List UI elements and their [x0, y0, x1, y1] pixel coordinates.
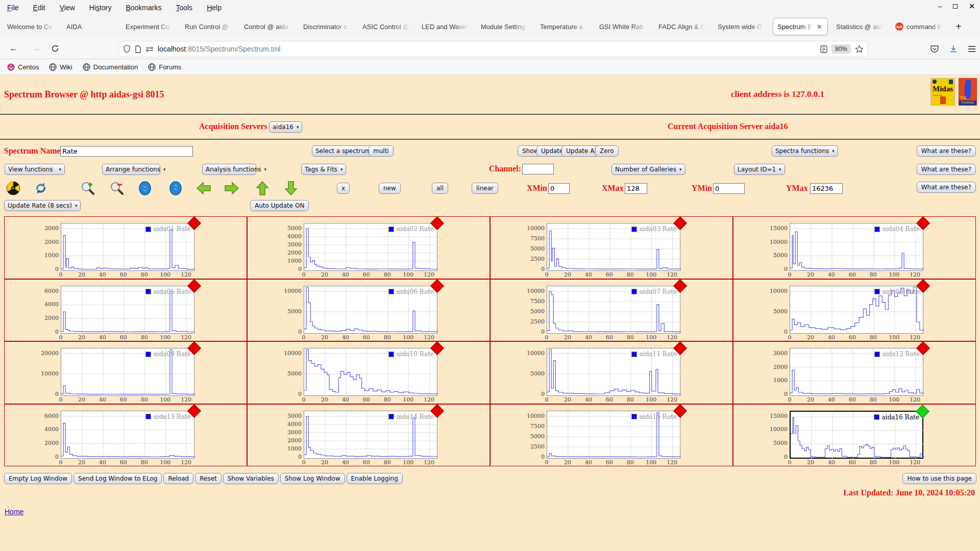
what-are-these-button-3[interactable]: What are these?	[917, 182, 976, 193]
window-close-button[interactable]: ✕	[969, 2, 975, 10]
plot-aida15[interactable]: aida15 Rate	[547, 411, 680, 459]
tab-spectrum-br[interactable]: Spectrum Br✕	[773, 18, 828, 35]
zoom-out-icon[interactable]	[110, 181, 124, 195]
plot-aida06[interactable]: aida06 Rate	[304, 286, 437, 334]
plot-aida13[interactable]: aida13 Rate	[61, 411, 194, 459]
bookmark-forums[interactable]: Forums	[148, 63, 181, 71]
midas-logo-icon[interactable]: Midaspowered by	[930, 78, 955, 106]
arrow-up-icon[interactable]	[255, 181, 270, 195]
tab-temperature-a[interactable]: Temperature a	[536, 18, 591, 35]
zoom-in-icon[interactable]	[81, 181, 95, 195]
tags-fits-dropdown[interactable]: Tags & Fits▾	[301, 164, 346, 175]
all-button[interactable]: all	[432, 183, 448, 194]
scroll-up-icon[interactable]	[168, 181, 183, 195]
x-button[interactable]: x	[337, 183, 350, 194]
multi-button[interactable]: multi	[369, 145, 394, 157]
plot-aida07[interactable]: aida07 Rate	[547, 286, 680, 334]
spectrum-cell-aida13[interactable]: 6000400020000aida13 Rate020406080100120	[5, 405, 247, 466]
new-tab-button[interactable]: +	[950, 21, 967, 33]
menu-help[interactable]: Help	[207, 4, 222, 12]
bookmark-star-icon[interactable]	[855, 45, 864, 54]
spectrum-cell-aida11[interactable]: 1000050000aida11 Rate020406080100120	[491, 342, 732, 404]
back-button[interactable]: ←	[6, 43, 21, 54]
bookmark-wiki[interactable]: Wiki	[49, 63, 72, 71]
tab-command-li[interactable]: askcommand li	[891, 18, 946, 35]
radioactive-icon[interactable]	[6, 181, 20, 195]
plot-aida04[interactable]: aida04 Rate	[790, 223, 923, 271]
plot-aida14[interactable]: aida14 Rate	[304, 411, 437, 459]
channel-input[interactable]	[522, 164, 554, 174]
ymax-input[interactable]	[810, 183, 843, 194]
menu-view[interactable]: View	[60, 4, 75, 12]
spectrum-cell-aida07[interactable]: 100007500500025000aida07 Rate02040608010…	[491, 280, 732, 341]
menu-file[interactable]: File	[7, 4, 19, 12]
url-text[interactable]: localhost:8015/Spectrum/Spectrum.tml	[158, 45, 816, 53]
how-to-use-button[interactable]: How to use this page	[902, 473, 976, 484]
plot-aida01[interactable]: aida01 Rate	[61, 223, 194, 271]
what-are-these-button-1[interactable]: What are these?	[917, 145, 976, 157]
window-minimize-button[interactable]: –	[938, 2, 942, 10]
show-variables-button[interactable]: Show Variables	[223, 473, 279, 484]
tab-fadc-align-c[interactable]: FADC Align & C	[654, 18, 709, 35]
tab-discriminator-c[interactable]: Discriminator c	[299, 18, 354, 35]
spectrum-cell-aida01[interactable]: 3000200010000aida01 Rate020406080100120	[5, 217, 247, 279]
reload-button[interactable]: Reload	[163, 473, 193, 484]
bookmark-centos[interactable]: Centos	[7, 63, 39, 71]
reader-view-icon[interactable]	[820, 45, 827, 53]
number-of-galleries-dropdown[interactable]: Number of Galleries▾	[611, 164, 685, 175]
tab-asic-control-[interactable]: ASIC Control @	[358, 18, 413, 35]
home-link[interactable]: Home	[5, 508, 23, 516]
spectrum-cell-aida02[interactable]: 500040003000200010000aida02 Rate02040608…	[248, 217, 489, 279]
empty-log-window-button[interactable]: Empty Log Window	[4, 473, 72, 484]
tab-experiment-co[interactable]: Experiment Co	[121, 18, 177, 35]
plot-aida10[interactable]: aida10 Rate	[304, 348, 437, 396]
plot-aida11[interactable]: aida11 Rate	[547, 348, 680, 396]
layout-id-dropdown[interactable]: Layout ID=1▾	[734, 164, 785, 175]
reload-button[interactable]	[51, 44, 66, 53]
shield-icon[interactable]	[123, 45, 131, 53]
menu-hamburger-icon[interactable]	[968, 45, 976, 53]
tab-module-setting[interactable]: Module Setting	[477, 18, 532, 35]
forward-button[interactable]: →	[29, 43, 44, 54]
bookmark-documentation[interactable]: Documentation	[83, 63, 138, 71]
menu-tools[interactable]: Tools	[176, 4, 192, 12]
analysis-functions-dropdown[interactable]: Analysis functions▾	[202, 164, 256, 175]
new-button[interactable]: new	[379, 183, 401, 194]
spectrum-cell-aida09[interactable]: 20000100000aida09 Rate020406080100120	[5, 342, 247, 404]
arrange-functions-dropdown[interactable]: Arrange functions▾	[102, 164, 160, 175]
zoom-level-badge[interactable]: 80%	[831, 44, 851, 54]
spectrum-cell-aida05[interactable]: 6000400020000aida05 Rate020406080100120	[5, 280, 247, 341]
download-icon[interactable]	[949, 45, 958, 53]
tab-welcome-to-ce[interactable]: Welcome to Ce	[3, 18, 58, 35]
auto-update-button[interactable]: Auto Update ON	[250, 200, 309, 211]
send-log-window-to-elog-button[interactable]: Send Log Window to ELog	[74, 473, 162, 484]
spectra-functions-dropdown[interactable]: Spectra functions▾	[772, 145, 838, 157]
xmin-input[interactable]	[548, 183, 570, 194]
spectrum-cell-aida03[interactable]: 100007500500025000aida03 Rate02040608010…	[491, 217, 732, 279]
plot-aida12[interactable]: aida12 Rate	[790, 348, 923, 396]
tcl-powered-logo-icon[interactable]: TCLPOWERED	[959, 78, 977, 106]
tab-gsi-white-rab[interactable]: GSI White Rab	[595, 18, 650, 35]
spectrum-cell-aida10[interactable]: 1000050000aida10 Rate020406080100120	[248, 342, 489, 404]
tab-statistics-aid[interactable]: Statistics @ aid	[832, 18, 887, 35]
tab-run-control-[interactable]: Run Control @	[181, 18, 236, 35]
tab-close-icon[interactable]: ✕	[816, 23, 823, 31]
spectrum-cell-aida12[interactable]: 3000200010000aida12 Rate020406080100120	[733, 342, 975, 404]
plot-aida05[interactable]: aida05 Rate	[61, 286, 194, 334]
tab-aida[interactable]: AIDA	[62, 18, 117, 35]
pocket-icon[interactable]	[930, 45, 939, 53]
menu-edit[interactable]: Edit	[33, 4, 45, 12]
page-icon[interactable]	[135, 45, 141, 53]
linear-button[interactable]: linear	[472, 183, 498, 194]
ymin-input[interactable]	[713, 183, 745, 194]
menu-bookmarks[interactable]: Bookmarks	[126, 4, 161, 12]
tab-system-wide-c[interactable]: System wide C	[714, 18, 769, 35]
arrow-down-icon[interactable]	[284, 181, 298, 195]
update-rate-dropdown[interactable]: Update Rate (8 secs)▾	[4, 200, 81, 211]
refresh-icon[interactable]	[34, 181, 48, 195]
zero-button[interactable]: Zero	[595, 145, 619, 157]
plot-aida08[interactable]: aida08 Rate	[790, 286, 923, 334]
url-bar[interactable]: localhost:8015/Spectrum/Spectrum.tml 80%	[119, 41, 868, 57]
reset-button[interactable]: Reset	[195, 473, 222, 484]
enable-logging-button[interactable]: Enable Logging	[347, 473, 403, 484]
